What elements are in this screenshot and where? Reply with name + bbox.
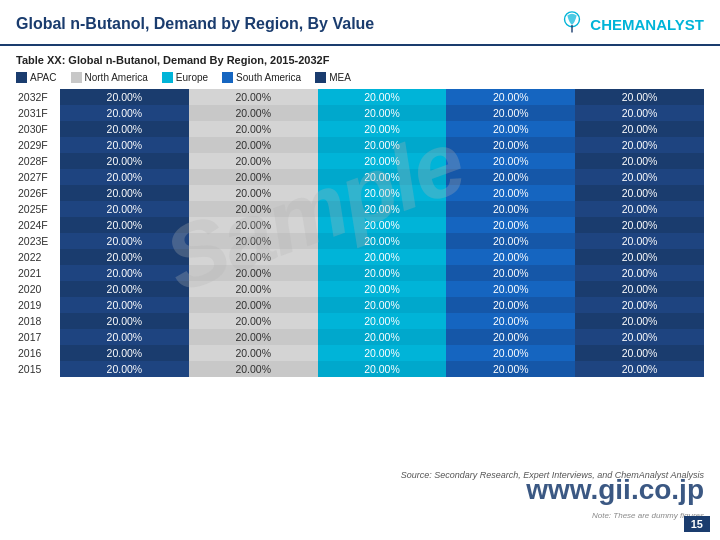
table-row: 2031F20.00%20.00%20.00%20.00%20.00% [16, 105, 704, 121]
legend-eu-box [162, 72, 173, 83]
sa-cell: 20.00% [446, 217, 575, 233]
legend-mea-box [315, 72, 326, 83]
year-cell: 2021 [16, 265, 60, 281]
na-cell: 20.00% [189, 249, 318, 265]
eu-cell: 20.00% [318, 217, 447, 233]
year-cell: 2030F [16, 121, 60, 137]
sa-cell: 20.00% [446, 265, 575, 281]
table-row: 2025F20.00%20.00%20.00%20.00%20.00% [16, 201, 704, 217]
legend-na-box [71, 72, 82, 83]
table-section: Table XX: Global n-Butanol, Demand By Re… [0, 46, 720, 381]
mea-cell: 20.00% [575, 345, 704, 361]
table-title: Table XX: Global n-Butanol, Demand By Re… [16, 54, 704, 66]
apac-cell: 20.00% [60, 281, 189, 297]
mea-cell: 20.00% [575, 265, 704, 281]
na-cell: 20.00% [189, 265, 318, 281]
table-row: 201620.00%20.00%20.00%20.00%20.00% [16, 345, 704, 361]
na-cell: 20.00% [189, 233, 318, 249]
logo-text: CHEMANALYST [590, 16, 704, 33]
logo-icon [558, 10, 586, 38]
eu-cell: 20.00% [318, 201, 447, 217]
table-row: 2029F20.00%20.00%20.00%20.00%20.00% [16, 137, 704, 153]
sa-cell: 20.00% [446, 121, 575, 137]
sa-cell: 20.00% [446, 313, 575, 329]
year-cell: 2028F [16, 153, 60, 169]
year-cell: 2019 [16, 297, 60, 313]
year-cell: 2029F [16, 137, 60, 153]
sa-cell: 20.00% [446, 153, 575, 169]
eu-cell: 20.00% [318, 233, 447, 249]
legend-apac-box [16, 72, 27, 83]
sa-cell: 20.00% [446, 297, 575, 313]
eu-cell: 20.00% [318, 329, 447, 345]
page-header: Global n-Butanol, Demand by Region, By V… [0, 0, 720, 46]
apac-cell: 20.00% [60, 233, 189, 249]
legend-sa-label: South America [236, 72, 301, 83]
table-row: 201920.00%20.00%20.00%20.00%20.00% [16, 297, 704, 313]
apac-cell: 20.00% [60, 105, 189, 121]
na-cell: 20.00% [189, 89, 318, 105]
apac-cell: 20.00% [60, 137, 189, 153]
apac-cell: 20.00% [60, 361, 189, 377]
legend-na-label: North America [85, 72, 148, 83]
eu-cell: 20.00% [318, 169, 447, 185]
logo: CHEMANALYST [558, 10, 704, 38]
mea-cell: 20.00% [575, 329, 704, 345]
legend-apac: APAC [16, 72, 57, 83]
legend: APAC North America Europe South America … [16, 72, 704, 83]
year-cell: 2017 [16, 329, 60, 345]
year-cell: 2018 [16, 313, 60, 329]
mea-cell: 20.00% [575, 361, 704, 377]
website-text: www.gii.co.jp [526, 474, 704, 506]
apac-cell: 20.00% [60, 217, 189, 233]
year-cell: 2016 [16, 345, 60, 361]
apac-cell: 20.00% [60, 169, 189, 185]
sa-cell: 20.00% [446, 105, 575, 121]
table-row: 2032F20.00%20.00%20.00%20.00%20.00% [16, 89, 704, 105]
mea-cell: 20.00% [575, 137, 704, 153]
logo-suffix: ANALYST [635, 16, 704, 33]
legend-eu-label: Europe [176, 72, 208, 83]
apac-cell: 20.00% [60, 313, 189, 329]
apac-cell: 20.00% [60, 201, 189, 217]
eu-cell: 20.00% [318, 137, 447, 153]
sa-cell: 20.00% [446, 329, 575, 345]
table-row: 2024F20.00%20.00%20.00%20.00%20.00% [16, 217, 704, 233]
sa-cell: 20.00% [446, 281, 575, 297]
mea-cell: 20.00% [575, 297, 704, 313]
table-row: 2027F20.00%20.00%20.00%20.00%20.00% [16, 169, 704, 185]
na-cell: 20.00% [189, 313, 318, 329]
table-row: 202220.00%20.00%20.00%20.00%20.00% [16, 249, 704, 265]
table-row: 2028F20.00%20.00%20.00%20.00%20.00% [16, 153, 704, 169]
year-cell: 2024F [16, 217, 60, 233]
apac-cell: 20.00% [60, 329, 189, 345]
mea-cell: 20.00% [575, 105, 704, 121]
table-row: 201820.00%20.00%20.00%20.00%20.00% [16, 313, 704, 329]
na-cell: 20.00% [189, 201, 318, 217]
legend-eu: Europe [162, 72, 208, 83]
mea-cell: 20.00% [575, 217, 704, 233]
year-cell: 2026F [16, 185, 60, 201]
logo-prefix: CHEM [590, 16, 634, 33]
year-cell: 2015 [16, 361, 60, 377]
mea-cell: 20.00% [575, 281, 704, 297]
na-cell: 20.00% [189, 137, 318, 153]
year-cell: 2025F [16, 201, 60, 217]
na-cell: 20.00% [189, 361, 318, 377]
eu-cell: 20.00% [318, 281, 447, 297]
apac-cell: 20.00% [60, 345, 189, 361]
year-cell: 2031F [16, 105, 60, 121]
mea-cell: 20.00% [575, 121, 704, 137]
apac-cell: 20.00% [60, 297, 189, 313]
mea-cell: 20.00% [575, 153, 704, 169]
legend-mea-label: MEA [329, 72, 351, 83]
sa-cell: 20.00% [446, 89, 575, 105]
year-cell: 2020 [16, 281, 60, 297]
table-row: 202020.00%20.00%20.00%20.00%20.00% [16, 281, 704, 297]
data-table: 2032F20.00%20.00%20.00%20.00%20.00%2031F… [16, 89, 704, 377]
page-number: 15 [684, 516, 710, 532]
eu-cell: 20.00% [318, 185, 447, 201]
na-cell: 20.00% [189, 281, 318, 297]
sa-cell: 20.00% [446, 169, 575, 185]
legend-mea: MEA [315, 72, 351, 83]
